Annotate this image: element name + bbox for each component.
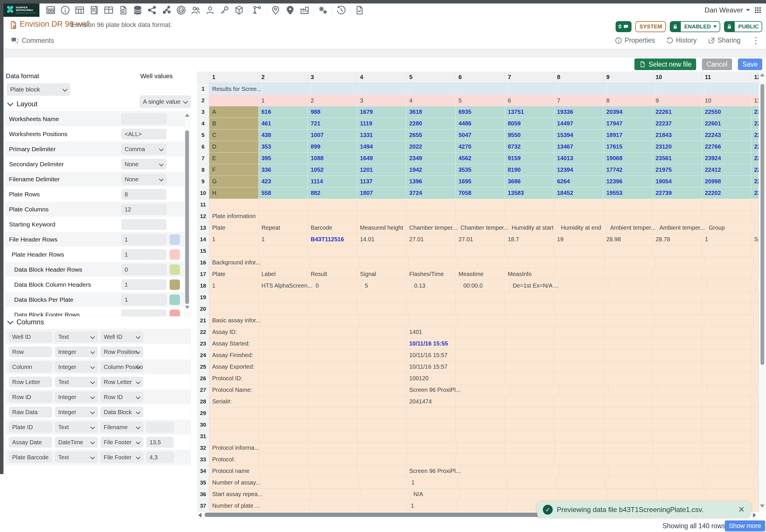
grid-cell[interactable] [209,95,259,106]
grid-cell[interactable]: 438 [259,129,308,141]
grid-cell[interactable] [406,211,456,222]
grid-cell[interactable] [357,245,406,257]
grid-cell[interactable] [702,454,751,465]
grid-cell[interactable]: Meastime [456,268,505,280]
grid-cell[interactable] [505,350,554,361]
grid-cell[interactable]: 2655 [406,129,456,141]
grid-cell[interactable] [357,431,406,442]
grid-cell[interactable] [409,315,458,326]
grid-cell[interactable] [209,245,259,257]
grid-cell[interactable] [702,396,751,407]
grid-cell[interactable] [310,257,359,268]
grid-cell[interactable] [554,396,604,407]
grid-cell[interactable] [308,396,357,407]
grid-cell[interactable]: 22739 [653,187,702,199]
grid-cell[interactable]: Measured height [357,222,406,234]
grid-cell[interactable] [751,431,759,442]
users-icon[interactable] [188,3,203,17]
column-name-input[interactable]: Row [9,347,52,357]
grid-cell[interactable] [505,361,554,373]
grid-cell[interactable]: 1088 [308,153,357,164]
grid-cell[interactable] [308,384,357,396]
grid-cell[interactable]: Serial#: [209,396,259,407]
column-type-select[interactable]: Text [55,332,98,342]
grid-cell[interactable]: Start assay repea... [209,489,263,500]
grid-cell[interactable]: 18.7 [505,234,554,245]
grid-cell[interactable]: 0.13 [411,280,460,292]
history-button[interactable]: History [666,36,697,44]
grid-cell[interactable] [310,477,359,489]
grid-cell[interactable] [308,292,357,303]
grid-cell[interactable] [308,361,357,373]
grid-cell[interactable] [259,292,308,303]
grid-cell[interactable]: 21843 [653,129,702,141]
show-more-button[interactable]: Show more [725,520,765,531]
column-name-input[interactable]: Assay Date [9,437,52,447]
key-icon[interactable] [218,3,232,17]
grid-cell[interactable] [706,489,755,500]
grid-cell[interactable] [308,454,357,465]
grid-cell[interactable]: 22 [751,153,759,164]
grid-cell[interactable] [458,315,507,326]
molecule-icon[interactable] [159,3,174,17]
user-icon[interactable] [203,3,218,17]
grid-cell[interactable] [751,326,759,338]
grid-cell[interactable]: 2280 [406,118,456,129]
grid-cell[interactable] [653,431,702,442]
grid-cell[interactable] [754,257,759,268]
grid-cell[interactable] [459,83,508,95]
grid-cell[interactable] [456,361,505,373]
grid-cell[interactable] [361,489,410,500]
grid-cell[interactable] [702,361,751,373]
grid-cell[interactable] [554,454,604,465]
cd-icon[interactable]: CD [174,3,188,17]
grid-cell[interactable]: 21975 [653,164,702,176]
grid-cell[interactable]: 423 [259,176,308,187]
grid-cell[interactable] [604,338,653,350]
grid-cell[interactable]: Plate [209,222,259,234]
grid-cell[interactable] [702,303,751,315]
scroll-down-arrow[interactable] [185,306,189,309]
grid-cell[interactable] [608,489,657,500]
grid-cell[interactable]: 2349 [406,153,456,164]
grid-cell[interactable] [406,407,456,419]
grid-cell[interactable] [505,292,554,303]
grid-cell[interactable]: 28.98 [604,234,653,245]
grid-cell[interactable] [308,199,357,211]
grid-cell[interactable] [558,489,608,500]
grid-cell[interactable] [263,489,312,500]
grid-cell[interactable]: Signal [357,268,406,280]
grid-cell[interactable] [704,315,754,326]
close-icon[interactable]: ✕ [738,505,745,514]
grid-cell[interactable]: Screen 96 ProxiPl... [406,465,461,477]
grid-cell[interactable] [259,326,308,338]
grid-cell[interactable]: 353 [259,141,308,153]
grid-cell[interactable] [604,350,653,361]
column-role-select[interactable]: Well ID [100,332,143,342]
grid-cell[interactable] [357,350,406,361]
grid-cell[interactable] [751,268,759,280]
grid-cell[interactable] [505,326,554,338]
grid-cell[interactable]: 6264 [554,176,604,187]
grid-cell[interactable] [505,211,554,222]
grid-cell[interactable] [751,361,759,373]
grid-cell[interactable]: C [209,129,259,141]
grid-cell[interactable]: 10/11/16 15:57 [406,361,456,373]
grid-cell[interactable]: 1 [209,72,259,83]
grid-cell[interactable] [409,83,459,95]
location-pin-filled-icon[interactable] [283,3,297,17]
grid-cell[interactable]: 6935 [456,106,505,118]
grid-cell[interactable]: 19336 [554,106,604,118]
grid-cell[interactable] [656,83,705,95]
grid-cell[interactable] [554,211,604,222]
grid-cell[interactable] [754,83,759,95]
grid-cell[interactable] [407,442,456,454]
history-icon[interactable] [334,3,348,17]
grid-cell[interactable] [456,419,505,431]
grid-cell[interactable] [653,211,702,222]
grid-cell[interactable] [259,245,308,257]
grid-cell[interactable]: 1 [408,477,458,489]
grid-cell[interactable]: 1114 [308,176,357,187]
grid-cell[interactable]: 4 [406,95,456,106]
grid-cell[interactable] [655,477,704,489]
